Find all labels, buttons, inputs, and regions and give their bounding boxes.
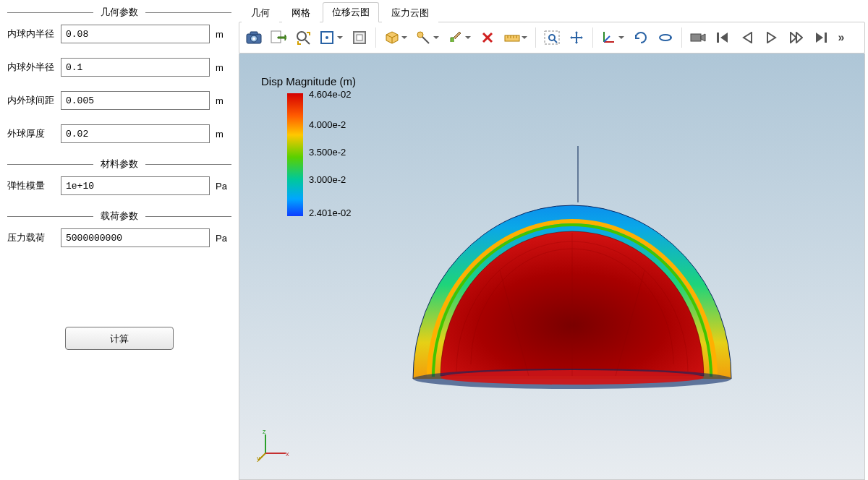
screenshot-icon xyxy=(246,31,262,44)
viewer-toolbar: » xyxy=(239,22,865,53)
unit-elastic-modulus: Pa xyxy=(210,181,231,192)
unit-inner-radius-in: m xyxy=(210,29,231,40)
rotate-button[interactable] xyxy=(629,26,652,49)
calculate-button[interactable]: 计算 xyxy=(65,327,174,350)
label-pressure-load: 压力载荷 xyxy=(7,231,61,244)
svg-rect-10 xyxy=(357,35,362,40)
input-elastic-modulus[interactable] xyxy=(61,176,210,195)
separator xyxy=(681,27,682,48)
separator xyxy=(592,27,593,48)
zoom-area-button[interactable] xyxy=(540,26,563,49)
unit-inner-radius-out: m xyxy=(210,62,231,73)
svg-line-22 xyxy=(554,40,557,43)
input-gap[interactable] xyxy=(61,91,210,110)
play-icon xyxy=(767,32,777,43)
spin-button[interactable] xyxy=(654,26,677,49)
zoom-area-icon xyxy=(544,30,560,45)
svg-line-6 xyxy=(305,40,310,44)
svg-text:x: x xyxy=(286,450,289,458)
unit-pressure-load: Pa xyxy=(210,233,231,244)
toolbar-overflow-button[interactable]: » xyxy=(834,31,848,44)
ruler-icon xyxy=(504,33,520,43)
row-gap: 内外球间距 m xyxy=(7,91,231,110)
export-button[interactable] xyxy=(267,26,290,49)
brush-icon xyxy=(448,30,462,45)
svg-rect-29 xyxy=(825,33,827,43)
svg-rect-1 xyxy=(250,32,258,35)
group-material-title: 材料参数 xyxy=(101,158,138,171)
prev-frame-icon xyxy=(742,32,752,43)
fit-view-button[interactable] xyxy=(316,26,346,49)
fit-view-icon xyxy=(320,30,334,45)
group-material: 材料参数 弹性模量 Pa xyxy=(7,158,231,195)
label-elastic-modulus: 弹性模量 xyxy=(7,179,61,192)
first-frame-icon xyxy=(716,32,729,43)
last-frame-icon xyxy=(814,32,827,43)
svg-point-8 xyxy=(326,36,328,39)
zoom-button[interactable] xyxy=(292,26,315,49)
result-render xyxy=(239,53,861,473)
unit-outer-thickness: m xyxy=(210,129,231,140)
row-outer-thickness: 外球厚度 m xyxy=(7,124,231,143)
probe-icon xyxy=(416,30,430,45)
svg-rect-28 xyxy=(717,33,719,43)
view-area: 几何 网格 位移云图 应力云图 xyxy=(239,0,868,480)
input-outer-thickness[interactable] xyxy=(61,124,210,143)
svg-rect-15 xyxy=(505,35,519,41)
svg-point-21 xyxy=(549,35,555,40)
separator xyxy=(375,27,376,48)
ruler-button[interactable] xyxy=(501,26,531,49)
row-pressure-load: 压力载荷 Pa xyxy=(7,228,231,247)
box-select-icon xyxy=(384,30,400,45)
screenshot-button[interactable] xyxy=(242,26,265,49)
svg-text:z: z xyxy=(263,429,266,435)
svg-line-12 xyxy=(422,37,429,43)
chevron-down-icon xyxy=(522,36,527,39)
chevron-down-icon xyxy=(465,36,471,39)
first-frame-button[interactable] xyxy=(711,26,734,49)
probe-button[interactable] xyxy=(412,26,443,49)
input-inner-radius-out[interactable] xyxy=(61,58,210,77)
svg-point-11 xyxy=(417,32,423,38)
orientation-triad-icon: z x y xyxy=(257,429,290,462)
input-pressure-load[interactable] xyxy=(61,228,210,247)
chevron-down-icon xyxy=(618,36,624,39)
tab-mesh[interactable]: 网格 xyxy=(282,3,320,22)
prev-frame-button[interactable] xyxy=(736,26,759,49)
next-frame-button[interactable] xyxy=(785,26,808,49)
frame-icon xyxy=(352,30,367,45)
label-gap: 内外球间距 xyxy=(7,94,61,107)
tab-displacement[interactable]: 位移云图 xyxy=(323,2,379,22)
svg-point-5 xyxy=(297,32,306,40)
group-load: 载荷参数 压力载荷 Pa xyxy=(7,210,231,247)
svg-point-3 xyxy=(252,38,255,40)
row-inner-radius-in: 内球内半径 m xyxy=(7,25,231,43)
delete-icon xyxy=(481,31,494,44)
3d-viewport[interactable]: Disp Magnitude (m) 4.604e-02 4.000e-2 3.… xyxy=(239,53,865,480)
svg-point-26 xyxy=(660,35,671,40)
brush-button[interactable] xyxy=(444,26,475,49)
input-inner-radius-in[interactable] xyxy=(61,25,210,43)
spin-icon xyxy=(658,30,673,45)
group-load-title: 载荷参数 xyxy=(101,210,138,223)
chevron-down-icon xyxy=(401,36,407,39)
delete-button[interactable] xyxy=(476,26,499,49)
group-geometry-title: 几何参数 xyxy=(101,6,138,19)
tab-stress[interactable]: 应力云图 xyxy=(382,3,438,22)
export-icon xyxy=(271,30,286,45)
row-elastic-modulus: 弹性模量 Pa xyxy=(7,176,231,195)
pan-button[interactable] xyxy=(565,26,588,49)
play-button[interactable] xyxy=(760,26,783,49)
axes-icon xyxy=(601,30,616,45)
frame-button[interactable] xyxy=(348,26,371,49)
svg-line-25 xyxy=(604,36,610,42)
parameter-panel: 几何参数 内球内半径 m 内球外半径 m 内外球间距 m 外球厚度 m xyxy=(0,0,239,480)
last-frame-button[interactable] xyxy=(809,26,833,49)
box-select-button[interactable] xyxy=(380,26,411,49)
svg-rect-27 xyxy=(691,34,701,41)
camera-button[interactable] xyxy=(686,26,710,49)
tab-geometry[interactable]: 几何 xyxy=(242,3,279,22)
pan-icon xyxy=(569,30,584,45)
axes-button[interactable] xyxy=(597,26,628,49)
label-outer-thickness: 外球厚度 xyxy=(7,127,61,140)
